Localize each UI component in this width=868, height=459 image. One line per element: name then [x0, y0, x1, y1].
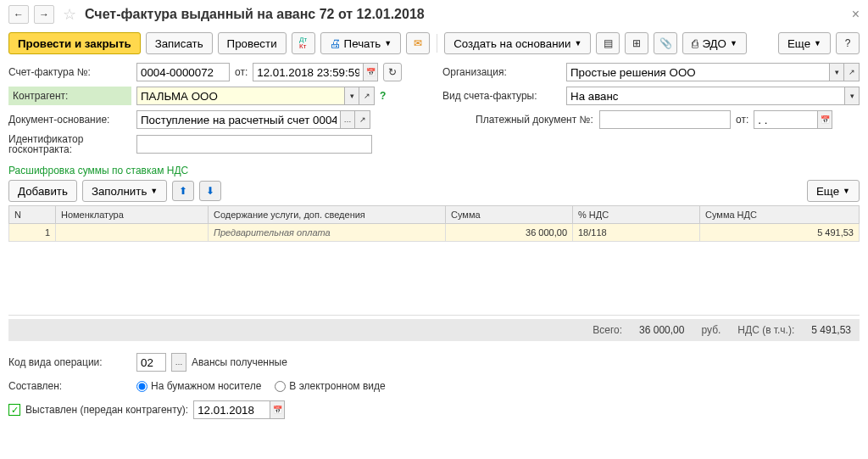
attach-button[interactable]: 📎 — [654, 32, 677, 54]
vat-value: 5 491,53 — [811, 324, 851, 336]
invoice-type-input[interactable] — [566, 87, 844, 105]
op-code-desc: Авансы полученные — [192, 356, 287, 368]
table-more-button[interactable]: Еще ▼ — [807, 180, 860, 202]
envelope-icon: ✉ — [414, 37, 422, 49]
invoice-no-label: Счет-фактура №: — [8, 66, 131, 78]
invoice-type-dropdown[interactable]: ▾ — [844, 87, 860, 105]
basis-ellipsis[interactable]: … — [340, 110, 355, 129]
org-open[interactable]: ↗ — [844, 63, 860, 81]
counterparty-open[interactable]: ↗ — [359, 87, 375, 105]
vat-table: N Номенклатура Содержание услуги, доп. с… — [8, 205, 860, 242]
date-input[interactable] — [253, 63, 363, 81]
create-based-label: Создать на основании — [453, 37, 570, 50]
op-code-input[interactable] — [136, 353, 166, 372]
radio-electronic-label: В электронном виде — [289, 380, 385, 392]
cell-content: Предварительная оплата — [209, 224, 446, 242]
help-button[interactable]: ? — [836, 32, 860, 54]
cell-vat-pct: 18/118 — [573, 224, 700, 242]
print-label: Печать — [344, 37, 381, 50]
invoice-type-label: Вид счета-фактуры: — [442, 90, 561, 102]
payment-doc-label: Платежный документ №: — [476, 114, 594, 126]
payment-from-label: от: — [736, 114, 748, 126]
add-row-button[interactable]: Добавить — [8, 180, 77, 202]
basis-label: Документ-основание: — [8, 114, 131, 126]
fill-button[interactable]: Заполнить ▼ — [82, 180, 167, 202]
total-label: Всего: — [593, 324, 622, 336]
section-title: Расшифровка суммы по ставкам НДС — [8, 160, 860, 180]
col-content[interactable]: Содержание услуги, доп. сведения — [209, 206, 446, 224]
related-button[interactable]: ⊞ — [625, 32, 648, 54]
basis-open[interactable]: ↗ — [355, 110, 370, 129]
refresh-button[interactable]: ↻ — [383, 63, 402, 81]
table-more-label: Еще — [816, 185, 839, 198]
post-button[interactable]: Провести — [218, 32, 287, 54]
payment-date-input[interactable] — [754, 110, 817, 129]
cell-n: 1 — [9, 224, 56, 242]
sent-calendar-button[interactable]: 📅 — [270, 400, 285, 419]
state-id-input[interactable] — [136, 135, 372, 154]
op-code-label: Код вида операции: — [8, 356, 131, 368]
post-and-close-button[interactable]: Провести и закрыть — [8, 32, 141, 54]
nav-back-button[interactable]: ← — [8, 5, 29, 24]
radio-paper-label: На бумажном носителе — [151, 380, 261, 392]
col-nomenclature[interactable]: Номенклатура — [56, 206, 209, 224]
invoice-no-input[interactable] — [136, 63, 230, 81]
email-button[interactable]: ✉ — [406, 32, 430, 54]
from-label: от: — [235, 66, 248, 78]
payment-calendar-button[interactable]: 📅 — [817, 110, 832, 129]
sent-label: Выставлен (передан контрагенту): — [25, 404, 188, 416]
col-vat-sum[interactable]: Сумма НДС — [700, 206, 860, 224]
counterparty-help[interactable]: ? — [380, 90, 386, 102]
move-down-button[interactable]: ⬇ — [199, 181, 221, 201]
table-row[interactable]: 1 Предварительная оплата 36 000,00 18/11… — [9, 224, 860, 242]
basis-input[interactable] — [136, 110, 340, 129]
col-n[interactable]: N — [9, 206, 56, 224]
sent-checkbox[interactable]: ✓ — [8, 404, 20, 416]
radio-paper[interactable]: На бумажном носителе — [136, 380, 261, 392]
edo-icon: ⎙ — [692, 37, 698, 50]
save-button[interactable]: Записать — [146, 32, 213, 54]
totals-bar: Всего: 36 000,00 руб. НДС (в т.ч.): 5 49… — [8, 319, 860, 341]
calendar-button[interactable]: 📅 — [363, 63, 378, 81]
move-up-button[interactable]: ⬆ — [172, 181, 194, 201]
fill-label: Заполнить — [92, 185, 147, 198]
more-label: Еще — [787, 37, 810, 50]
org-input[interactable] — [566, 63, 829, 81]
favorite-icon[interactable]: ☆ — [63, 5, 76, 24]
print-button[interactable]: 🖨Печать▼ — [320, 32, 402, 54]
issued-label: Составлен: — [8, 380, 131, 392]
counterparty-input[interactable] — [136, 87, 344, 105]
cell-nomenclature — [56, 224, 209, 242]
cell-vat-sum: 5 491,53 — [700, 224, 860, 242]
counterparty-dropdown[interactable]: ▾ — [344, 87, 359, 105]
more-button[interactable]: Еще▼ — [778, 32, 831, 54]
printer-icon: 🖨 — [330, 37, 341, 50]
report-button[interactable]: ▤ — [596, 32, 620, 54]
sent-date-input[interactable] — [193, 400, 270, 419]
cell-sum: 36 000,00 — [446, 224, 573, 242]
state-id-label: Идентификатор госконтракта: — [8, 134, 131, 154]
col-sum[interactable]: Сумма — [446, 206, 573, 224]
counterparty-label: Контрагент: — [8, 87, 131, 105]
currency-label: руб. — [701, 324, 721, 336]
edo-button[interactable]: ⎙ ЭДО▼ — [682, 32, 746, 54]
create-based-button[interactable]: Создать на основании▼ — [444, 32, 591, 54]
dt-kt-button[interactable]: ДтКт — [292, 32, 315, 54]
close-button[interactable]: × — [852, 7, 860, 22]
radio-electronic[interactable]: В электронном виде — [275, 380, 385, 392]
total-value: 36 000,00 — [639, 324, 684, 336]
op-code-ellipsis[interactable]: … — [171, 353, 186, 372]
edo-label: ЭДО — [702, 37, 726, 50]
org-label: Организация: — [442, 66, 561, 78]
page-title: Счет-фактура выданный на аванс 72 от 12.… — [85, 7, 425, 22]
vat-label: НДС (в т.ч.): — [737, 324, 794, 336]
col-vat-pct[interactable]: % НДС — [573, 206, 700, 224]
nav-forward-button[interactable]: → — [34, 5, 54, 24]
org-dropdown[interactable]: ▾ — [829, 63, 844, 81]
payment-doc-input[interactable] — [599, 110, 731, 129]
